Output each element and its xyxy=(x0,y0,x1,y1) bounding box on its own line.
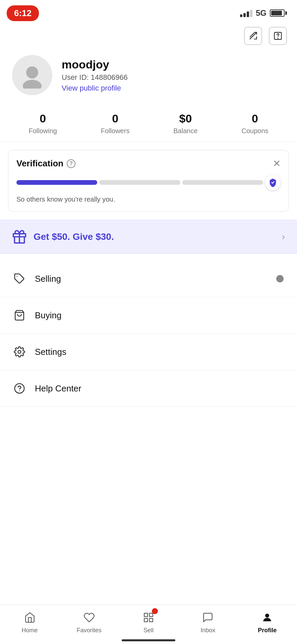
svg-point-4 xyxy=(26,66,38,78)
progress-empty-segment-1 xyxy=(99,180,180,185)
help-center-label: Help Center xyxy=(35,383,81,394)
status-right: 5G xyxy=(240,8,287,18)
nav-inbox[interactable]: Inbox xyxy=(191,610,225,634)
profile-nav-label: Profile xyxy=(258,627,277,634)
svg-rect-15 xyxy=(150,619,153,622)
home-indicator xyxy=(122,639,175,641)
profile-username: moodjoy xyxy=(62,58,128,71)
home-nav-label: Home xyxy=(22,627,38,634)
verification-header: Verification ? ✕ xyxy=(16,158,281,169)
progress-empty-segment-2 xyxy=(182,180,263,185)
favorites-icon xyxy=(82,610,97,625)
avatar xyxy=(12,55,52,95)
menu-item-help[interactable]: Help Center xyxy=(0,370,297,407)
coupons-count: 0 xyxy=(252,112,258,125)
verification-close-button[interactable]: ✕ xyxy=(273,159,281,168)
referral-chevron-icon: › xyxy=(282,231,285,242)
profile-info: moodjoy User ID: 148806966 View public p… xyxy=(62,58,128,93)
referral-text: Get $50. Give $30. xyxy=(34,231,275,242)
svg-point-17 xyxy=(265,614,269,618)
balance-value: $0 xyxy=(179,112,192,125)
verification-help-icon[interactable]: ? xyxy=(67,159,75,168)
selling-label: Selling xyxy=(35,274,61,284)
verification-title: Verification ? xyxy=(16,158,75,169)
signal-icon xyxy=(240,9,252,17)
verification-description: So others know you're really you. xyxy=(16,196,281,203)
status-time: 6:12 xyxy=(7,5,39,21)
status-bar: 6:12 5G xyxy=(0,0,297,23)
nav-sell[interactable]: Sell xyxy=(132,610,165,634)
balance-label: Balance xyxy=(173,127,197,135)
stat-followers[interactable]: 0 Followers xyxy=(101,112,130,135)
referral-banner[interactable]: Get $50. Give $30. › xyxy=(0,220,297,254)
favorites-nav-label: Favorites xyxy=(77,627,102,634)
stat-following[interactable]: 0 Following xyxy=(28,112,57,135)
bottom-nav: Home Favorites Sell Inbox xyxy=(0,604,297,644)
following-label: Following xyxy=(28,127,57,135)
coupons-label: Coupons xyxy=(241,127,268,135)
menu-item-buying[interactable]: Buying xyxy=(0,297,297,334)
stat-coupons[interactable]: 0 Coupons xyxy=(241,112,268,135)
settings-icon xyxy=(12,344,27,359)
inbox-icon xyxy=(200,610,215,625)
svg-rect-14 xyxy=(150,613,153,616)
sell-nav-label: Sell xyxy=(143,627,154,634)
stats-row: 0 Following 0 Followers $0 Balance 0 Cou… xyxy=(0,102,297,142)
progress-filled-segment xyxy=(16,180,97,185)
svg-point-5 xyxy=(23,80,42,89)
svg-rect-13 xyxy=(144,613,147,616)
nav-profile[interactable]: Profile xyxy=(250,610,284,634)
inbox-nav-label: Inbox xyxy=(200,627,215,634)
gift-icon xyxy=(12,229,27,244)
menu-item-selling[interactable]: Selling xyxy=(0,261,297,297)
following-count: 0 xyxy=(40,112,46,125)
buying-label: Buying xyxy=(35,310,62,321)
selling-icon xyxy=(12,271,27,286)
svg-point-10 xyxy=(18,351,21,354)
followers-count: 0 xyxy=(112,112,118,125)
shield-badge-icon xyxy=(265,175,281,190)
help-center-icon xyxy=(12,381,27,396)
verification-progress xyxy=(16,175,281,190)
buying-icon xyxy=(12,308,27,323)
menu-item-settings[interactable]: Settings xyxy=(0,334,297,370)
svg-point-11 xyxy=(15,384,24,393)
sell-badge xyxy=(152,608,158,614)
share-button[interactable] xyxy=(244,27,262,45)
followers-label: Followers xyxy=(101,127,130,135)
help-button[interactable] xyxy=(269,27,287,45)
battery-icon xyxy=(270,9,287,17)
home-icon xyxy=(22,610,37,625)
profile-userid: User ID: 148806966 xyxy=(62,73,128,82)
selling-notification-dot xyxy=(276,275,284,282)
nav-home[interactable]: Home xyxy=(13,610,47,634)
settings-label: Settings xyxy=(35,347,66,357)
profile-nav-icon xyxy=(260,610,275,625)
profile-section: moodjoy User ID: 148806966 View public p… xyxy=(0,48,297,102)
network-label: 5G xyxy=(256,8,266,18)
svg-rect-16 xyxy=(144,619,147,622)
view-public-profile-link[interactable]: View public profile xyxy=(62,84,128,93)
sell-icon xyxy=(141,610,156,625)
nav-favorites[interactable]: Favorites xyxy=(72,610,106,634)
stat-balance[interactable]: $0 Balance xyxy=(173,112,197,135)
header-actions xyxy=(0,23,297,48)
verification-card: Verification ? ✕ So others know you're r… xyxy=(8,150,289,212)
svg-point-3 xyxy=(278,38,278,38)
menu-section: Selling Buying Settings xyxy=(0,261,297,407)
